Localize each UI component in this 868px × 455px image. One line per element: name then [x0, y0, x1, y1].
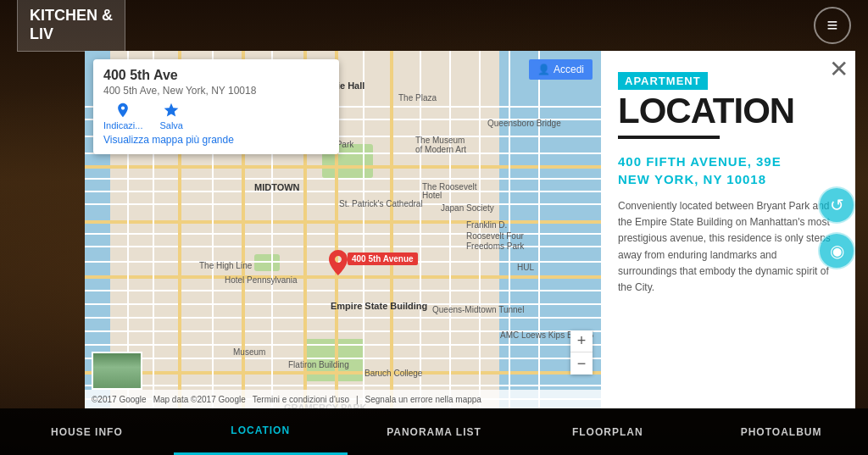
label-moma: The Museumof Modern Art — [415, 136, 466, 154]
popup-address: 400 5th Ave, New York, NY 10018 — [103, 85, 329, 97]
header: KITCHEN & LIV ≡ — [0, 0, 868, 51]
street-h13 — [85, 317, 601, 319]
map-popup: 400 5th Ave 400 5th Ave, New York, NY 10… — [93, 59, 339, 154]
map-data: Map data ©2017 Google — [153, 395, 246, 404]
address-text: 400 FIFTH AVENUE, 39E NEW YORK, NY 10018 — [618, 153, 838, 188]
street-h6 — [85, 191, 601, 192]
street-h16 — [85, 358, 601, 359]
zoom-controls: + − — [570, 330, 593, 375]
label-empire: Empire State Building — [331, 301, 427, 311]
ave-york — [538, 51, 540, 408]
terms-link[interactable]: Termini e condizioni d'uso — [253, 395, 349, 404]
label-hul: HUL — [517, 263, 534, 272]
label-highline: The High Line — [199, 261, 252, 270]
label-baruch: Baruch College — [364, 369, 422, 378]
separator: | — [356, 395, 359, 404]
side-navigation: ↺ ◉ — [818, 186, 855, 269]
label-freedoms: Freedoms Park — [466, 241, 524, 251]
nav-house-info[interactable]: HOUSE INFO — [0, 408, 174, 455]
nav-circle-2[interactable]: ◉ — [818, 232, 855, 269]
ave-lex — [420, 51, 421, 408]
label-stpatrick: St. Patrick's Cathedral — [339, 199, 423, 208]
zoom-in-button[interactable]: + — [570, 330, 593, 352]
label-franklin: Franklin D. — [466, 220, 507, 230]
popup-title: 400 5th Ave — [103, 68, 329, 83]
map-footer: ©2017 Google Map data ©2017 Google Termi… — [85, 390, 601, 408]
nav-floorplan[interactable]: FLOORPLAN — [520, 408, 694, 455]
street-h11 — [85, 290, 601, 291]
map-marker: 400 5th Avenue — [329, 250, 348, 279]
street-h15 — [85, 344, 601, 346]
label-midtown: MIDTOWN — [254, 182, 300, 192]
ave-mad — [363, 51, 364, 408]
user-icon: 👤 — [537, 64, 550, 75]
close-button[interactable]: ✕ — [829, 58, 849, 81]
streetview-thumbnail[interactable] — [92, 352, 142, 390]
zoom-out-button[interactable]: − — [570, 352, 593, 375]
label-museum: Museum — [233, 347, 265, 357]
nav-photoalbum[interactable]: PHOTOALBUM — [694, 408, 868, 455]
street-h17 — [85, 385, 601, 386]
label-tunnel: Queens-Midtown Tunnel — [432, 305, 524, 314]
high-line — [254, 254, 280, 271]
label-flatiron: Flatiron Building — [288, 360, 349, 369]
bottom-navigation: HOUSE INFO LOCATION PANORAMA LIST FLOORP… — [0, 408, 868, 455]
apartment-tag: APARTMENT — [618, 72, 708, 90]
menu-button[interactable]: ≡ — [814, 7, 851, 44]
accedi-button[interactable]: 👤 Accedi — [529, 59, 593, 80]
street-50 — [85, 220, 601, 224]
location-title: LOCATION — [618, 93, 838, 129]
streetview-image — [93, 353, 141, 388]
ave-1 — [509, 51, 510, 408]
street-h5 — [85, 178, 601, 180]
marker-label: 400 5th Avenue — [348, 252, 418, 265]
ave-2 — [479, 51, 481, 408]
ave-park — [390, 51, 393, 408]
large-map-link[interactable]: Visualizza mappa più grande — [103, 134, 329, 146]
title-underline — [618, 136, 720, 139]
rotate-icon: ↺ — [830, 195, 844, 215]
info-section: ✕ APARTMENT LOCATION 400 FIFTH AVENUE, 3… — [601, 51, 855, 408]
nav-location[interactable]: LOCATION — [174, 408, 348, 455]
modal: 400 5th Ave 400 5th Ave, New York, NY 10… — [85, 51, 855, 408]
description-text: Conveniently located between Bryant Park… — [618, 198, 838, 296]
save-button[interactable]: Salva — [159, 102, 183, 130]
label-plaza: The Plaza — [398, 93, 437, 103]
popup-actions: Indicazi... Salva — [103, 102, 329, 130]
label-central: Queensboro Bridge — [487, 119, 561, 128]
logo: KITCHEN & LIV — [17, 0, 125, 52]
map-section[interactable]: 400 5th Ave 400 5th Ave, New York, NY 10… — [85, 51, 601, 408]
label-roosevelt2: Roosevelt Four — [466, 231, 524, 241]
street-57 — [85, 165, 601, 169]
directions-button[interactable]: Indicazi... — [103, 102, 142, 130]
rotate-nav-button[interactable]: ↺ — [818, 186, 855, 224]
ave-3 — [449, 51, 451, 408]
label-hotel: Hotel — [422, 191, 442, 200]
label-hotel-penn: Hotel Pennsylvania — [225, 275, 298, 285]
street-34 — [85, 371, 601, 375]
label-japan: Japan Society — [441, 203, 494, 213]
map-copyright: ©2017 Google — [92, 395, 147, 404]
report-link[interactable]: Segnala un errore nella mappa — [365, 395, 481, 404]
circle-icon-2: ◉ — [830, 241, 844, 261]
nav-panorama-list[interactable]: PANORAMA LIST — [348, 408, 521, 455]
